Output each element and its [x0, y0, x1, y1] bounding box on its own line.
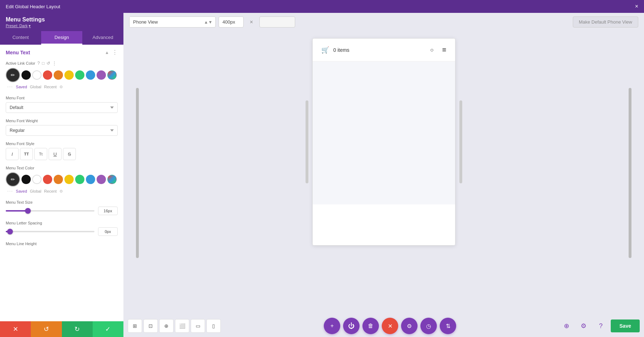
cart-icon: 🛒 — [321, 46, 329, 54]
phone-resize-handle-left[interactable] — [306, 100, 308, 183]
text-saved-label[interactable]: Saved — [16, 189, 27, 193]
make-default-btn[interactable]: Make Default Phone View — [573, 16, 638, 28]
italic-btn[interactable]: I — [6, 148, 19, 160]
menu-letter-spacing-track[interactable] — [6, 231, 94, 232]
text-color-swatch-yellow[interactable] — [64, 175, 74, 184]
text-color-swatch-orange[interactable] — [54, 175, 63, 184]
phone-frame: 🛒 0 items ○ ≡ — [312, 38, 455, 246]
settings-tool-btn[interactable]: ⚙ — [401, 318, 418, 334]
layout-tool-btn[interactable]: ⊡ — [143, 319, 158, 333]
strikethrough-btn[interactable]: S — [63, 148, 76, 160]
text-recent-label[interactable]: Recent — [44, 189, 57, 193]
view-select-wrap: Phone View Tablet View Desktop View ▲▼ — [129, 16, 216, 28]
menu-font-select[interactable]: Default Roboto Open Sans — [6, 102, 118, 113]
saved-label[interactable]: Saved — [16, 85, 27, 89]
cancel-action-btn[interactable]: ✕ — [0, 321, 31, 337]
search-tool-btn[interactable]: ⊕ — [159, 319, 174, 333]
menu-letter-spacing-label: Menu Letter Spacing — [6, 221, 118, 225]
help-icon[interactable]: ? — [38, 61, 40, 66]
color-swatch-purple[interactable] — [97, 70, 106, 80]
text-color-swatch-white[interactable] — [32, 175, 42, 184]
title-bar-close[interactable]: × — [635, 3, 638, 10]
text-meta-dots[interactable]: ··· — [7, 188, 13, 194]
title-bar-title: Edit Global Header Layout — [6, 4, 60, 9]
menu-font-weight-select[interactable]: Regular Bold Light — [6, 125, 118, 136]
close-tool-btn[interactable]: ✕ — [382, 318, 398, 334]
menu-text-size-label: Menu Text Size — [6, 200, 118, 204]
phone-menu-icon[interactable]: ≡ — [442, 46, 447, 54]
text-color-swatch-green[interactable] — [75, 175, 84, 184]
text-color-swatch-gradient[interactable] — [107, 175, 117, 184]
color-swatch-orange[interactable] — [54, 70, 63, 80]
tab-design[interactable]: Design — [41, 31, 82, 45]
active-link-color-row: Active Link Color ? □ ↺ ⋮ ✏ — [6, 61, 118, 90]
grid-tool-btn[interactable]: ⊞ — [128, 319, 142, 333]
underline-btn[interactable]: U — [49, 148, 62, 160]
sort-tool-btn[interactable]: ⇅ — [440, 318, 456, 334]
text-color-swatch-red[interactable] — [43, 175, 52, 184]
more-icon[interactable]: ⋮ — [52, 61, 57, 66]
color-swatch-blue[interactable] — [86, 70, 95, 80]
global-label[interactable]: Global — [30, 85, 42, 89]
clock-tool-btn[interactable]: ◷ — [420, 318, 437, 334]
tablet-tool-btn[interactable]: ▭ — [191, 319, 205, 333]
tab-advanced[interactable]: Advanced — [82, 31, 123, 45]
color-swatch-gradient[interactable] — [107, 70, 117, 80]
color-edit-swatch-active[interactable]: ✏ — [6, 68, 20, 82]
settings-icon[interactable]: ⚙ — [59, 85, 63, 89]
left-resize-handle[interactable] — [136, 88, 139, 258]
menu-text-size-slider: 16px — [6, 207, 118, 215]
right-resize-handle[interactable] — [629, 88, 631, 258]
menu-text-title: Menu Text — [6, 50, 30, 55]
phone-tool-btn[interactable]: ▯ — [206, 319, 221, 333]
help-btn[interactable]: ? — [594, 319, 608, 333]
caps-btn[interactable]: Tt — [34, 148, 47, 160]
bold-caps-btn[interactable]: TT — [20, 148, 33, 160]
text-color-swatch-blue[interactable] — [86, 175, 95, 184]
device-icon[interactable]: □ — [42, 61, 44, 66]
menu-text-size-track[interactable] — [6, 210, 94, 212]
panel-preset[interactable]: Preset: Dark ▾ — [6, 24, 118, 28]
menu-line-height-label: Menu Line Height — [6, 242, 118, 246]
menu-letter-spacing-input[interactable]: 0px — [98, 227, 118, 236]
tab-content[interactable]: Content — [0, 31, 41, 45]
menu-font-label: Menu Font — [6, 96, 118, 100]
undo-action-btn[interactable]: ↺ — [31, 321, 62, 337]
trash-tool-btn[interactable]: 🗑 — [362, 318, 379, 334]
desktop-tool-btn[interactable]: ⬜ — [175, 319, 189, 333]
color-swatch-black[interactable] — [21, 70, 31, 80]
color-swatch-white[interactable] — [32, 70, 42, 80]
menu-text-size-input[interactable]: 16px — [98, 207, 118, 215]
reset-icon[interactable]: ↺ — [47, 61, 50, 66]
color-swatch-red[interactable] — [43, 70, 52, 80]
text-color-swatch-black[interactable] — [21, 175, 31, 184]
color-swatch-green[interactable] — [75, 70, 84, 80]
color-swatch-yellow[interactable] — [64, 70, 74, 80]
extra-width-field[interactable] — [259, 16, 295, 28]
text-global-label[interactable]: Global — [30, 189, 42, 193]
add-tool-btn[interactable]: + — [324, 318, 340, 334]
confirm-action-btn[interactable]: ✓ — [93, 321, 123, 337]
recent-label[interactable]: Recent — [44, 85, 57, 89]
view-select[interactable]: Phone View Tablet View Desktop View — [130, 17, 201, 27]
power-tool-btn[interactable]: ⏻ — [343, 318, 360, 334]
view-toolbar: Phone View Tablet View Desktop View ▲▼ ×… — [123, 13, 644, 31]
panel-header: Menu Settings Preset: Dark ▾ — [0, 13, 123, 31]
save-btn[interactable]: Save — [611, 319, 640, 332]
menu-text-color-label: Menu Text Color — [6, 166, 118, 170]
panel-title: Menu Settings — [6, 16, 118, 23]
text-settings-icon[interactable]: ⚙ — [59, 189, 63, 194]
phone-resize-handle-right[interactable] — [459, 100, 462, 183]
color-edit-swatch-text[interactable]: ✏ — [6, 172, 20, 187]
section-options-icon[interactable]: ⋮ — [112, 49, 118, 56]
menu-letter-spacing-row: Menu Letter Spacing 0px — [6, 221, 118, 236]
search-right-btn[interactable]: ⊕ — [559, 319, 574, 333]
view-close-btn[interactable]: × — [247, 17, 257, 27]
color-meta-dots[interactable]: ··· — [7, 84, 13, 90]
settings-right-btn[interactable]: ⚙ — [576, 319, 591, 333]
view-width-input[interactable] — [219, 16, 244, 28]
redo-action-btn[interactable]: ↻ — [62, 321, 93, 337]
phone-search-icon[interactable]: ○ — [430, 47, 434, 53]
section-collapse-icon[interactable]: ▲ — [105, 50, 109, 55]
text-color-swatch-purple[interactable] — [97, 175, 106, 184]
